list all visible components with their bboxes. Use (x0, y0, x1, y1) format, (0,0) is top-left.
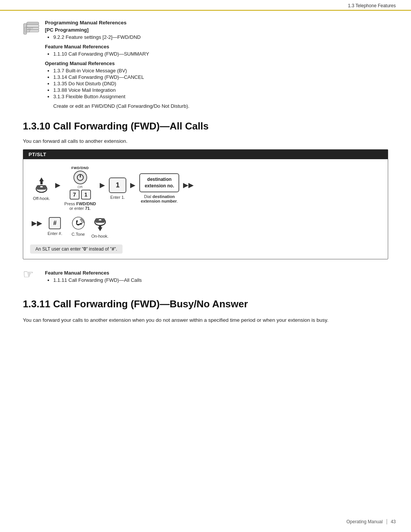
dest-item: destination extension no. Dial destinati… (139, 173, 179, 203)
prog-ref-title: Programming Manual References (45, 20, 190, 26)
dbl-arrow-cont: ▶▶ (32, 219, 42, 234)
svg-marker-20 (98, 227, 102, 231)
svg-text:☞: ☞ (23, 267, 34, 281)
op-item-2: 1.3.14 Call Forwarding (FWD)—CANCEL (53, 74, 190, 80)
digit-7: 7 (70, 190, 80, 200)
prog-ref-block: ☞ Programming Manual References [PC Prog… (23, 20, 388, 109)
enter1-item: 1 Enter 1. (109, 177, 126, 200)
fwddnd-wrap: FWD/DND OR 7 1 (70, 166, 91, 200)
operating-items-list: 1.3.7 Built-in Voice Message (BV) 1.3.14… (45, 68, 190, 99)
feature-ref-title: Feature Manual References (45, 270, 142, 276)
dest-line2: extension no. (145, 183, 174, 189)
operating-extra: Create or edit an FWD/DND (Call Forwardi… (45, 103, 190, 109)
note-row: An SLT user can enter "0" instead of "#"… (30, 242, 381, 254)
flow-row-1: Off-hook. ▶ FWD/DND OR (30, 166, 381, 211)
fwddnd-item: FWD/DND OR 7 1 Press FW (64, 166, 96, 211)
dest-line1: destination (147, 177, 172, 182)
main-content: ☞ Programming Manual References [PC Prog… (0, 11, 411, 345)
section-1311-intro: You can forward your calls to another ex… (23, 316, 388, 324)
ref-content: Programming Manual References [PC Progra… (45, 20, 190, 109)
feature-ref-label: Feature Manual References (45, 44, 190, 50)
pc-item-1: 9.2.2 Feature settings [2-2]—FWD/DND (53, 34, 190, 40)
hash-box: # (49, 217, 61, 229)
arrow-1: ▶ (55, 181, 61, 189)
enter-hash-label: Enter #. (48, 231, 62, 236)
feature-ref-content: Feature Manual References 1.1.11 Call Fo… (45, 266, 142, 287)
pc-programming-label: [PC Programming] (45, 27, 190, 33)
header-section-title: 1.3 Telephone Features (348, 3, 396, 8)
dest-box: destination extension no. (139, 173, 179, 192)
svg-rect-18 (96, 220, 105, 223)
digit-1: 1 (81, 190, 91, 200)
section-1311-heading: 1.3.11 Call Forwarding (FWD)—Busy/No Ans… (23, 298, 388, 310)
hash-item: # Enter #. (48, 217, 62, 236)
arrow-3: ▶ (130, 181, 135, 189)
footer-divider (387, 519, 387, 524)
power-icon (76, 173, 84, 182)
onhook-label: On-hook. (91, 234, 108, 238)
op-item-5: 3.1.3 Flexible Button Assignment (53, 94, 190, 99)
onhook-phone-icon (91, 214, 110, 232)
op-item-1: 1.3.7 Built-in Voice Message (BV) (53, 68, 190, 73)
offhook-phone-icon (32, 176, 51, 194)
note-box: An SLT user can enter "0" instead of "#"… (30, 244, 123, 254)
onhook-item: On-hook. (91, 214, 110, 238)
arrow-2: ▶ (100, 181, 105, 189)
pointing-hand-icon: ☞ (23, 21, 40, 37)
feature-ref-list: 1.1.11 Call Forwarding (FWD)—All Calls (45, 277, 142, 283)
fwddnd-label: FWD/DND (72, 166, 89, 170)
section-1310-heading: 1.3.10 Call Forwarding (FWD)—All Calls (23, 120, 388, 132)
diagram-body: Off-hook. ▶ FWD/DND OR (23, 159, 388, 259)
ctone-item: C.Tone (72, 216, 85, 236)
feature-ref-item-1: 1.1.11 Call Forwarding (FWD)—All Calls (53, 277, 142, 283)
enter1-label: Enter 1. (110, 195, 125, 200)
svg-rect-7 (40, 181, 43, 184)
or-label: OR (78, 185, 83, 189)
footer-page: 43 (391, 519, 396, 524)
dial-dest-label: Dial destinationextension number. (141, 194, 178, 203)
feature-items-list: 1.1.10 Call Forwarding (FWD)—SUMMARY (45, 51, 190, 57)
fwddnd-btn (73, 171, 87, 184)
ctone-icon (72, 216, 85, 230)
ctone-label: C.Tone (72, 232, 85, 236)
svg-point-14 (72, 217, 84, 229)
svg-marker-6 (39, 177, 44, 181)
note-text: An SLT user can enter "0" instead of "#"… (35, 246, 117, 252)
diagram-box: PT/SLT (23, 149, 388, 259)
feature-ref-icon-wrap: ☞ (23, 266, 40, 283)
svg-rect-11 (37, 187, 46, 190)
op-item-3: 1.3.35 Do Not Disturb (DND) (53, 81, 190, 86)
dbl-arrow-2-symbol: ▶▶ (32, 219, 42, 227)
section-1310-intro: You can forward all calls to another ext… (23, 138, 388, 144)
operating-ref-label: Operating Manual References (45, 61, 190, 66)
fwddnd-digits: 7 1 (70, 190, 91, 200)
pc-items-list: 9.2.2 Feature settings [2-2]—FWD/DND (45, 34, 190, 40)
num1-box: 1 (109, 177, 126, 193)
ref-icon: ☞ (23, 21, 40, 37)
op-item-4: 1.3.88 Voice Mail Integration (53, 87, 190, 93)
footer-label: Operating Manual (346, 519, 382, 524)
footer: Operating Manual 43 (0, 519, 411, 524)
diagram-header: PT/SLT (23, 150, 388, 159)
feature-ref-block: ☞ Feature Manual References 1.1.11 Call … (23, 266, 388, 287)
press-fwd-label: Press FWD/DNDor enter 71. (64, 201, 96, 211)
dbl-arrow-1: ▶▶ (183, 181, 194, 189)
flow-row-2: ▶▶ # Enter #. (30, 214, 381, 238)
header-bar: 1.3 Telephone Features (0, 0, 411, 11)
feature-item-1: 1.1.10 Call Forwarding (FWD)—SUMMARY (53, 51, 190, 57)
feature-ref-icon: ☞ (23, 266, 38, 281)
offhook-item: Off-hook. (32, 176, 51, 201)
offhook-label: Off-hook. (33, 196, 50, 201)
svg-text:☞: ☞ (24, 23, 34, 36)
